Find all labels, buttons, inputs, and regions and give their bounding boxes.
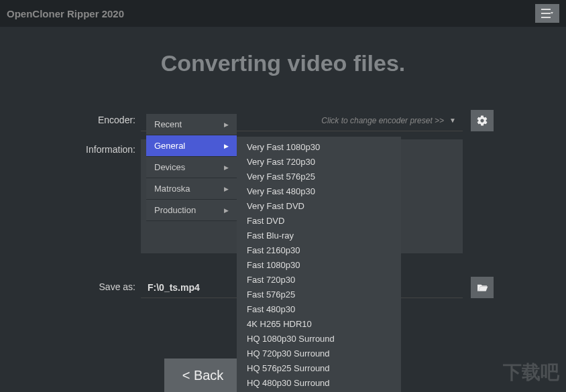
menu-category-item[interactable]: General▶ (146, 135, 237, 157)
encoder-row: Encoder: Very Fast 480p30 Click to chang… (67, 110, 566, 131)
menu-category-label: Devices (154, 162, 185, 172)
preset-item[interactable]: Fast 480p30 (237, 302, 401, 316)
chevron-right-icon: ▶ (224, 164, 229, 171)
svg-marker-3 (551, 12, 553, 14)
save-path-value: F:\0_ts.mp4 (148, 282, 200, 293)
menu-category-label: Production (154, 205, 196, 215)
titlebar: OpenCloner Ripper 2020 (0, 0, 566, 27)
preset-item[interactable]: 4K H265 HDR10 (237, 316, 401, 331)
browse-button[interactable] (471, 277, 494, 298)
menu-category-label: Matroska (154, 184, 190, 194)
hamburger-menu-button[interactable] (535, 4, 559, 23)
svg-rect-2 (541, 17, 551, 18)
gear-icon (476, 115, 488, 127)
preset-item[interactable]: Fast Blu-ray (237, 228, 401, 243)
preset-item[interactable]: Very Fast DVD (237, 198, 401, 213)
preset-item[interactable]: Very Fast 1080p30 (237, 139, 401, 154)
svg-rect-1 (541, 13, 551, 14)
menu-category-item[interactable]: Matroska▶ (146, 178, 237, 200)
preset-item[interactable]: Very Fast 576p25 (237, 169, 401, 184)
preset-item[interactable]: Fast 2160p30 (237, 243, 401, 257)
menu-category-item[interactable]: Devices▶ (146, 157, 237, 178)
watermark: 下载吧 (503, 360, 559, 385)
chevron-right-icon: ▶ (224, 121, 229, 128)
folder-open-icon (476, 283, 488, 292)
chevron-right-icon: ▶ (224, 207, 229, 214)
hamburger-icon (541, 9, 553, 18)
chevron-right-icon: ▶ (224, 186, 229, 192)
preset-item[interactable]: HQ 1080p30 Surround (237, 331, 401, 346)
preset-item[interactable]: Fast 1080p30 (237, 257, 401, 272)
preset-item[interactable]: Fast DVD (237, 213, 401, 228)
chevron-right-icon: ▶ (224, 143, 229, 149)
preset-item[interactable]: Very Fast 480p30 (237, 184, 401, 198)
preset-item[interactable]: Very Fast 720p30 (237, 154, 401, 169)
information-label: Information: (67, 139, 141, 155)
encoder-preset-menu: Recent▶General▶Devices▶Matroska▶Producti… (146, 114, 237, 221)
preset-item[interactable]: Fast 720p30 (237, 272, 401, 287)
chevron-down-icon: ▼ (449, 117, 456, 124)
settings-button[interactable] (471, 110, 494, 131)
menu-category-label: General (154, 141, 185, 151)
preset-item[interactable]: Fast 576p25 (237, 287, 401, 302)
app-title: OpenCloner Ripper 2020 (7, 8, 124, 19)
menu-category-item[interactable]: Production▶ (146, 200, 237, 221)
menu-category-label: Recent (154, 119, 182, 129)
preset-item[interactable]: HQ 720p30 Surround (237, 346, 401, 361)
encoder-label: Encoder: (67, 110, 141, 125)
preset-item[interactable]: HQ 480p30 Surround (237, 375, 401, 390)
page-title: Converting video files. (0, 50, 566, 76)
encoder-hint: Click to change encoder preset >> (321, 116, 444, 125)
svg-rect-0 (541, 9, 551, 10)
menu-category-item[interactable]: Recent▶ (146, 114, 237, 135)
preset-item[interactable]: HQ 576p25 Surround (237, 361, 401, 375)
encoder-preset-submenu: Very Fast 1080p30Very Fast 720p30Very Fa… (237, 137, 401, 392)
back-button[interactable]: < Back (164, 358, 241, 392)
save-as-label: Save as: (67, 277, 141, 292)
